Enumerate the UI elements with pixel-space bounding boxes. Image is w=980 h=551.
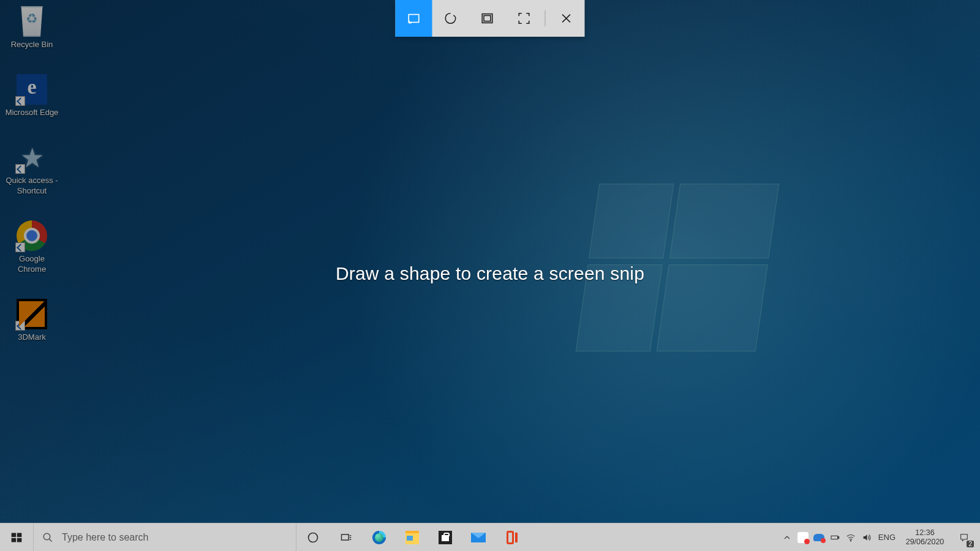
- taskbar-task-view-button[interactable]: [330, 523, 363, 551]
- tray-security-button[interactable]: [795, 523, 811, 551]
- rectangle-snip-icon: [407, 12, 421, 25]
- taskbar-pinned-apps: [296, 523, 528, 551]
- svg-rect-3: [12, 533, 17, 537]
- 3dmark-icon: [17, 299, 47, 329]
- snip-toolbar: [396, 0, 585, 37]
- desktop-icon-label: Recycle Bin: [5, 39, 59, 50]
- language-indicator-text: ENG: [878, 533, 895, 542]
- windows-logo-icon: [10, 531, 23, 544]
- svg-point-7: [43, 533, 50, 540]
- svg-rect-11: [838, 536, 839, 538]
- desktop-icon-label: 3DMark: [5, 332, 59, 342]
- snip-instruction-text: Draw a shape to create a screen snip: [0, 263, 980, 284]
- system-tray: ENG 12:36 29/06/2020 2: [779, 523, 980, 551]
- taskbar-cortana-button[interactable]: [296, 523, 330, 551]
- search-placeholder-text: Type here to search: [62, 532, 148, 543]
- shortcut-overlay-icon: [15, 96, 25, 106]
- svg-rect-0: [409, 15, 419, 23]
- toolbar-separator: [545, 10, 546, 26]
- clock-date-text: 29/06/2020: [906, 538, 944, 547]
- tray-onedrive-button[interactable]: [811, 523, 827, 551]
- star-icon: [17, 142, 47, 173]
- svg-rect-10: [831, 536, 838, 539]
- svg-rect-4: [17, 533, 22, 537]
- taskbar-store-button[interactable]: [429, 523, 462, 551]
- task-view-icon: [340, 531, 352, 544]
- shortcut-overlay-icon: [15, 242, 25, 252]
- shortcut-overlay-icon: [15, 164, 25, 174]
- search-icon: [42, 532, 53, 543]
- snip-mode-freeform-button[interactable]: [432, 0, 469, 37]
- start-button[interactable]: [0, 523, 33, 551]
- tray-wifi-button[interactable]: [843, 523, 859, 551]
- onedrive-icon: [813, 534, 824, 541]
- notification-count-badge: 2: [967, 541, 974, 547]
- desktop-icon-3dmark[interactable]: 3DMark: [5, 299, 59, 342]
- fullscreen-snip-icon: [518, 12, 531, 25]
- office-icon: [505, 531, 518, 544]
- security-alert-icon: [797, 532, 809, 543]
- chrome-icon: [17, 220, 47, 251]
- wifi-icon: [846, 533, 856, 542]
- taskbar-search-box[interactable]: Type here to search: [33, 523, 296, 551]
- svg-rect-9: [342, 534, 349, 540]
- window-snip-icon: [481, 12, 494, 25]
- taskbar-office-button[interactable]: [495, 523, 528, 551]
- close-icon: [560, 12, 573, 25]
- svg-point-12: [850, 540, 851, 541]
- tray-action-center-button[interactable]: 2: [951, 523, 978, 551]
- mail-icon: [471, 533, 486, 542]
- shortcut-overlay-icon: [15, 321, 25, 331]
- clock-time-text: 12:36: [915, 528, 934, 538]
- tray-battery-button[interactable]: [827, 523, 843, 551]
- svg-rect-2: [484, 15, 491, 21]
- tray-language-button[interactable]: ENG: [875, 533, 899, 542]
- snip-mode-window-button[interactable]: [469, 0, 506, 37]
- freeform-snip-icon: [444, 12, 458, 25]
- svg-rect-5: [12, 538, 17, 542]
- tray-clock-button[interactable]: 12:36 29/06/2020: [899, 523, 951, 551]
- taskbar-edge-button[interactable]: [363, 523, 396, 551]
- tray-volume-button[interactable]: [859, 523, 875, 551]
- microsoft-store-icon: [439, 531, 452, 544]
- recycle-bin-icon: [17, 6, 47, 37]
- desktop-icon-label: Quick access - Shortcut: [5, 175, 59, 196]
- edge-icon: [17, 74, 47, 105]
- desktop-icon-quick-access[interactable]: Quick access - Shortcut: [5, 142, 59, 196]
- desktop-icon-recycle-bin[interactable]: Recycle Bin: [5, 6, 59, 50]
- svg-rect-6: [17, 538, 22, 542]
- taskbar-file-explorer-button[interactable]: [396, 523, 429, 551]
- desktop-icon-microsoft-edge[interactable]: Microsoft Edge: [5, 74, 59, 118]
- desktop-wallpaper: Recycle Bin Microsoft Edge Quick access …: [0, 0, 980, 523]
- file-explorer-icon: [405, 531, 419, 544]
- speaker-icon: [862, 533, 872, 542]
- cortana-icon: [307, 531, 319, 544]
- snip-close-button[interactable]: [548, 0, 585, 37]
- snip-mode-rectangular-button[interactable]: [396, 0, 432, 37]
- tray-overflow-button[interactable]: [779, 523, 795, 551]
- desktop-icon-label: Microsoft Edge: [5, 107, 59, 118]
- taskbar: Type here to search: [0, 523, 980, 551]
- battery-icon: [830, 533, 840, 542]
- chevron-up-icon: [782, 533, 792, 542]
- svg-point-8: [309, 533, 318, 542]
- edge-icon: [372, 531, 386, 544]
- snip-mode-fullscreen-button[interactable]: [506, 0, 543, 37]
- taskbar-mail-button[interactable]: [462, 523, 495, 551]
